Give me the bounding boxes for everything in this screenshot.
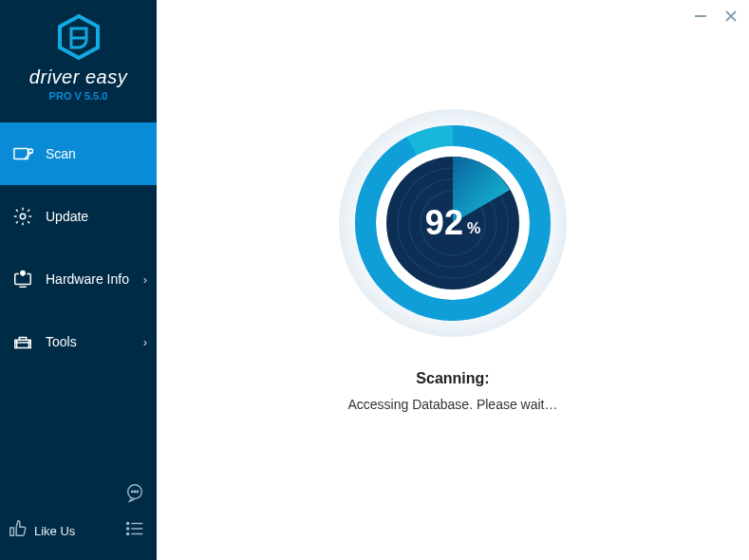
progress-percent: 92 % <box>334 104 571 342</box>
thumbs-up-icon <box>8 518 28 543</box>
svg-point-20 <box>127 532 129 534</box>
svg-point-5 <box>20 214 26 219</box>
sidebar-item-label: Tools <box>46 334 77 349</box>
scan-icon <box>9 143 36 164</box>
menu-list-icon[interactable] <box>124 518 145 543</box>
sidebar-item-scan[interactable]: Scan <box>0 122 157 185</box>
window-controls <box>692 8 740 25</box>
close-button[interactable] <box>722 8 740 25</box>
sidebar-bottom: Like Us <box>0 482 157 560</box>
sidebar-item-tools[interactable]: Tools › <box>0 310 157 373</box>
svg-point-14 <box>134 491 135 492</box>
sidebar-item-hardware-info[interactable]: i Hardware Info › <box>0 248 157 310</box>
sidebar-item-label: Hardware Info <box>46 271 129 287</box>
progress-ring: 92 % <box>334 104 571 342</box>
sidebar-item-update[interactable]: Update <box>0 185 157 248</box>
app-version: PRO V 5.5.0 <box>0 90 157 102</box>
percent-symbol: % <box>467 220 480 237</box>
main-content: 92 % Scanning: Accessing Database. Pleas… <box>157 0 749 560</box>
progress-value: 92 <box>425 203 463 243</box>
chevron-right-icon: › <box>143 272 147 287</box>
feedback-icon[interactable] <box>124 482 145 507</box>
scan-status-title: Scanning: <box>416 370 489 387</box>
scan-progress-area: 92 % Scanning: Accessing Database. Pleas… <box>157 0 749 560</box>
like-label: Like Us <box>34 524 75 538</box>
svg-point-15 <box>137 491 138 492</box>
app-name: driver easy <box>0 66 157 88</box>
sidebar: driver easy PRO V 5.5.0 Scan Update i Ha… <box>0 0 157 560</box>
like-us-button[interactable]: Like Us <box>8 518 75 543</box>
sidebar-item-label: Scan <box>46 146 76 161</box>
svg-point-13 <box>132 491 133 492</box>
gear-icon <box>9 206 36 227</box>
chevron-right-icon: › <box>143 335 147 349</box>
app-logo-icon <box>0 13 157 65</box>
svg-point-16 <box>127 522 129 524</box>
minimize-button[interactable] <box>692 8 709 25</box>
scan-status-message: Accessing Database. Please wait… <box>348 397 558 412</box>
monitor-info-icon: i <box>9 269 36 289</box>
svg-point-4 <box>28 149 33 154</box>
svg-point-18 <box>127 528 129 530</box>
sidebar-item-label: Update <box>46 209 88 224</box>
logo-area: driver easy PRO V 5.5.0 <box>0 0 157 111</box>
bottom-right-icons <box>124 482 149 543</box>
toolbox-icon <box>9 331 36 352</box>
sidebar-nav: Scan Update i Hardware Info › Tools › <box>0 122 157 482</box>
